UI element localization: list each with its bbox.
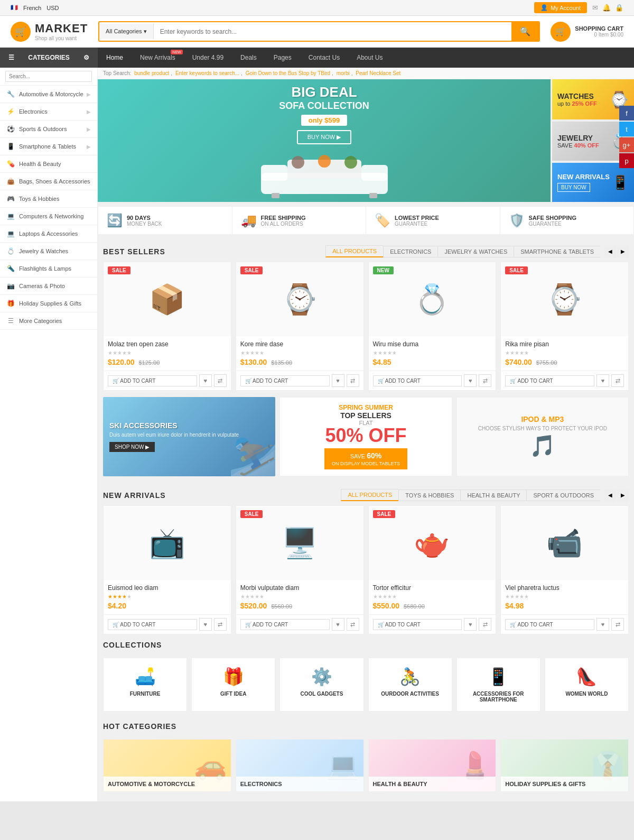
newarrivals-next-button[interactable]: ▶: [617, 490, 629, 501]
nav-pages[interactable]: Pages: [265, 48, 300, 68]
sidebar-item-computers[interactable]: 💻Computers & Networking: [0, 208, 97, 225]
sidebar-search-input[interactable]: [5, 71, 92, 82]
wishlist-button[interactable]: ♥: [464, 374, 477, 387]
sidebar-item-flashlights[interactable]: 🔦Flashlights & Lamps: [0, 260, 97, 278]
hot-cat-health[interactable]: 💄 HEALTH & BEAUTY: [368, 739, 497, 792]
search-term-5[interactable]: Pearl Necklace Set: [356, 70, 400, 76]
tab-electronics[interactable]: ELECTRONICS: [383, 246, 437, 257]
hot-cat-automotive[interactable]: 🚗 AUTOMOTIVE & MOTORCYCLE: [103, 739, 231, 792]
tab-na-health[interactable]: HEALTH & BEAUTY: [460, 490, 526, 501]
tab-na-toys[interactable]: TOYS & HOBBIES: [398, 490, 460, 501]
collection-outdoor[interactable]: 🚴 OURDOOR ACTIVITIES: [368, 658, 452, 712]
bestsellers-next-button[interactable]: ▶: [617, 246, 629, 257]
ski-shop-button[interactable]: SHOP NOW ▶: [109, 442, 155, 452]
tab-na-sports[interactable]: SPORT & OUTDOORS: [526, 490, 600, 501]
nav-contact[interactable]: Contact Us: [300, 48, 348, 68]
compare-button[interactable]: ⇄: [347, 374, 359, 387]
add-to-cart-button[interactable]: 🛒 ADD TO CART: [373, 375, 462, 386]
collection-gadgets[interactable]: ⚙️ COOL GADGETS: [279, 658, 363, 712]
sidebar-item-holiday[interactable]: 🎁Holiday Supplies & Gifts: [0, 295, 97, 312]
logo[interactable]: 🛒 MARKET Shop all you want: [11, 22, 88, 42]
hero-buy-now-button[interactable]: BUY NOW ▶: [297, 130, 351, 144]
cart-icon[interactable]: 🛒: [551, 22, 571, 42]
sidebar-item-laptops[interactable]: 💻Laptops & Accessories: [0, 225, 97, 243]
collection-giftidea[interactable]: 🎁 GIFT IDEA: [191, 658, 275, 712]
sidebar-item-smartphones[interactable]: 📱Smartphone & Tablets ▶: [0, 138, 97, 155]
sidebar-item-electronics[interactable]: ⚡Electronics ▶: [0, 103, 97, 121]
sidebar-item-cameras[interactable]: 📷Cameras & Photo: [0, 278, 97, 295]
sidebar-item-jewelry[interactable]: 💍Jewelry & Watches: [0, 243, 97, 260]
compare-button[interactable]: ⇄: [214, 374, 227, 387]
feature-lowest-price: 🏷️ LOWEST PRICE GUARANTEE: [366, 207, 500, 234]
add-to-cart-button[interactable]: 🛒 ADD TO CART: [108, 619, 197, 630]
currency-selector[interactable]: USD: [46, 5, 59, 11]
categories-button[interactable]: ☰ CATEGORIES ⚙: [0, 48, 98, 68]
ipod-banner[interactable]: IPOD & MP3 CHOOSE STYLISH WAYS TO PROTEC…: [456, 397, 629, 476]
tab-jewelry-watches[interactable]: JEWELRY & WATCHES: [437, 246, 514, 257]
pinterest-button[interactable]: p: [619, 153, 634, 168]
nav-home[interactable]: Home: [98, 48, 132, 68]
ski-banner[interactable]: SKI ACCESSORIES Duis autem vel eum iriur…: [103, 397, 275, 476]
compare-button[interactable]: ⇄: [214, 618, 227, 631]
search-term-2[interactable]: Enter keywords to search...: [175, 70, 239, 76]
search-button[interactable]: 🔍: [511, 22, 539, 41]
nav-under499[interactable]: Under 4.99: [184, 48, 232, 68]
search-term-3[interactable]: Goin Down to the Bus Stop by TBird: [246, 70, 330, 76]
wishlist-button[interactable]: ♥: [596, 374, 609, 387]
bestsellers-prev-button[interactable]: ◀: [604, 246, 616, 257]
wishlist-button[interactable]: ♥: [464, 618, 477, 631]
add-to-cart-button[interactable]: 🛒 ADD TO CART: [505, 375, 594, 386]
sidebar-item-automotive[interactable]: 🔧Automotive & Motorcycle ▶: [0, 86, 97, 103]
wishlist-button[interactable]: ♥: [596, 618, 609, 631]
my-account-button[interactable]: 👤 My Account: [534, 2, 587, 13]
sidebar-item-more[interactable]: ☰More Categories: [0, 312, 97, 330]
compare-button[interactable]: ⇄: [611, 374, 624, 387]
spring-banner[interactable]: SPRING SUMMER TOP SELLERS FLAT 50% OFF S…: [279, 397, 452, 476]
compare-button[interactable]: ⇄: [347, 618, 359, 631]
googleplus-button[interactable]: g+: [619, 137, 634, 152]
compare-button[interactable]: ⇄: [479, 618, 491, 631]
search-input[interactable]: [154, 24, 512, 40]
lock-icon[interactable]: 🔒: [615, 4, 623, 12]
hot-cat-electronics[interactable]: 💻 ELECTRONICS: [236, 739, 364, 792]
collection-women[interactable]: 👠 WOMEN WORLD: [545, 658, 629, 712]
add-to-cart-button[interactable]: 🛒 ADD TO CART: [373, 619, 462, 630]
wishlist-button[interactable]: ♥: [332, 618, 344, 631]
language-selector[interactable]: French: [23, 5, 41, 11]
product-actions: 🛒 ADD TO CART ♥ ⇄: [369, 614, 496, 634]
compare-button[interactable]: ⇄: [479, 374, 491, 387]
hot-cat-holiday[interactable]: 👔 HOLIDAY SUPPLIES & GIFTS: [500, 739, 629, 792]
search-term-1[interactable]: bundle product: [134, 70, 169, 76]
twitter-button[interactable]: t: [619, 122, 634, 136]
newarrivals-prev-button[interactable]: ◀: [604, 490, 616, 501]
sidebar-item-sports[interactable]: ⚽Sports & Outdoors ▶: [0, 121, 97, 138]
sidebar-item-toys[interactable]: 🎮Toys & Hobbies: [0, 190, 97, 208]
search-term-4[interactable]: morbi: [337, 70, 350, 76]
collection-smartphone-acc[interactable]: 📱 ACCESSORIES FOR SMARTPHONE: [456, 658, 540, 712]
nav-about[interactable]: About Us: [348, 48, 391, 68]
nav-new-arrivals[interactable]: New Arrivals NEW: [132, 48, 184, 68]
chevron-right-icon: ▶: [87, 144, 91, 150]
add-to-cart-button[interactable]: 🛒 ADD TO CART: [108, 375, 197, 386]
envelope-icon[interactable]: ✉: [592, 4, 598, 12]
wishlist-button[interactable]: ♥: [199, 374, 212, 387]
bell-icon[interactable]: 🔔: [602, 4, 611, 12]
search-category-dropdown[interactable]: All Categories ▾: [99, 24, 154, 39]
cart-detail: 0 Item $0.00: [575, 32, 623, 38]
tab-smartphone-tablets[interactable]: SMARTPHONE & TABLETS: [514, 246, 600, 257]
sidebar-item-health[interactable]: 💊Health & Beauty: [0, 155, 97, 173]
facebook-button[interactable]: f: [619, 106, 634, 121]
tab-all-products[interactable]: ALL PRODUCTS: [325, 245, 383, 257]
hero-banner[interactable]: BIG DEAL SOFA COLLECTION only $599 BUY N…: [98, 79, 551, 202]
wishlist-button[interactable]: ♥: [332, 374, 344, 387]
tab-na-all[interactable]: ALL PRODUCTS: [341, 489, 398, 501]
wishlist-button[interactable]: ♥: [199, 618, 212, 631]
sidebar-item-bags[interactable]: 👜Bags, Shoes & Accessories: [0, 173, 97, 190]
add-to-cart-button[interactable]: 🛒 ADD TO CART: [240, 375, 330, 386]
nav-deals[interactable]: Deals: [232, 48, 265, 68]
buy-now-label[interactable]: BUY NOW: [557, 183, 590, 192]
add-to-cart-button[interactable]: 🛒 ADD TO CART: [240, 619, 330, 630]
add-to-cart-button[interactable]: 🛒 ADD TO CART: [505, 619, 594, 630]
collection-furniture[interactable]: 🛋️ FURNITURE: [103, 658, 187, 712]
compare-button[interactable]: ⇄: [611, 618, 624, 631]
